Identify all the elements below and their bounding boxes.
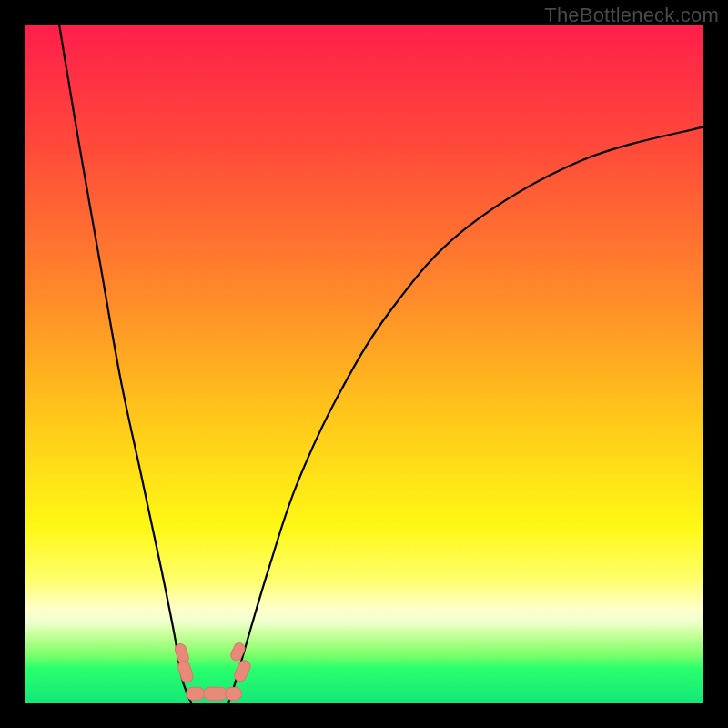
svg-rect-6 bbox=[226, 687, 242, 700]
watermark-text: TheBottleneck.com bbox=[544, 4, 719, 27]
gradient-panel bbox=[25, 25, 703, 703]
bottleneck-chart bbox=[0, 0, 728, 728]
svg-rect-4 bbox=[187, 687, 205, 700]
svg-rect-5 bbox=[204, 687, 228, 700]
